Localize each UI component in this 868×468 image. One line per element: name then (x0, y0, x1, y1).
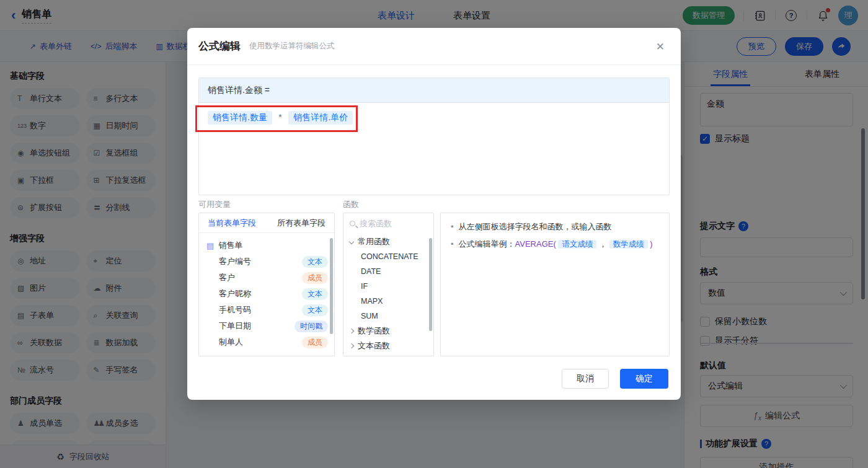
example-function-name: AVERAGE( (515, 239, 556, 249)
variables-scrollbar[interactable] (330, 238, 333, 334)
example-field-chip: 语文成绩 (558, 240, 596, 249)
field-type-badge: 成员 (302, 337, 328, 348)
variable-field-nickname[interactable]: 客户昵称文本 (206, 286, 328, 302)
variable-field-customer[interactable]: 客户成员 (206, 270, 328, 286)
functions-panel: 常用函数 CONCATENATE DATE IF MAPX SUM 数学函数 文… (343, 213, 434, 356)
field-type-badge: 文本 (302, 256, 328, 268)
variable-field-creator[interactable]: 制单人成员 (206, 334, 328, 350)
form-doc-icon: ▤ (206, 241, 214, 250)
variable-tree-root[interactable]: ▤销售单 (206, 237, 328, 254)
confirm-button[interactable]: 确定 (620, 369, 668, 389)
chevron-right-icon (349, 329, 354, 333)
function-concatenate[interactable]: CONCATENATE (350, 249, 427, 264)
variables-label: 可用变量 (198, 199, 231, 210)
function-date[interactable]: DATE (350, 264, 427, 279)
chevron-right-icon (349, 343, 354, 348)
example-field-chip: 数学成绩 (609, 240, 648, 249)
formula-editor-box: 销售详情.金额 = 销售详情.数量 * 销售详情.单价 (198, 77, 670, 195)
tab-all-form-fields[interactable]: 所有表单字段 (277, 218, 326, 229)
formula-chip-quantity[interactable]: 销售详情.数量 (208, 111, 272, 125)
formula-expression-area[interactable]: 销售详情.数量 * 销售详情.单价 (199, 103, 669, 133)
help-tip: 从左侧面板选择字段名和函数，或输入函数 (451, 221, 659, 233)
example-close-paren: ) (650, 239, 652, 249)
field-type-badge: 文本 (302, 304, 328, 316)
function-sum[interactable]: SUM (350, 309, 427, 324)
formula-chip-unit-price[interactable]: 销售详情.单价 (288, 111, 353, 125)
functions-scrollbar[interactable] (429, 238, 432, 331)
formula-target: 销售详情.金额 = (199, 78, 669, 103)
variable-field-customer-no[interactable]: 客户编号文本 (206, 254, 328, 270)
cancel-button[interactable]: 取消 (562, 369, 609, 389)
field-type-badge: 时间戳 (294, 320, 328, 332)
function-group-math[interactable]: 数学函数 (350, 324, 427, 338)
field-type-badge: 文本 (302, 288, 328, 300)
multiply-operator: * (278, 112, 281, 122)
close-icon[interactable]: ✕ (656, 40, 665, 53)
variable-field-order-date[interactable]: 下单日期时间戳 (206, 318, 328, 334)
function-mapx[interactable]: MAPX (350, 294, 427, 309)
formula-editor-dialog: 公式编辑 使用数学运算符编辑公式 ✕ 销售详情.金额 = 销售详情.数量 * 销… (187, 28, 681, 400)
tab-current-form-fields[interactable]: 当前表单字段 (208, 218, 256, 229)
app-window: ‹ 销售单 表单设计 表单设置 数据管理 理 ↗表单外链 </>后端脚 (0, 0, 868, 468)
search-icon (350, 221, 355, 226)
function-search-input[interactable] (360, 219, 422, 228)
function-if[interactable]: IF (350, 279, 427, 294)
formula-help-panel: 从左侧面板选择字段名和函数，或输入函数 公式编辑举例：AVERAGE( 语文成绩… (440, 213, 670, 356)
variable-field-phone[interactable]: 手机号码文本 (206, 302, 328, 318)
help-example: 公式编辑举例：AVERAGE( 语文成绩 ， 数学成绩 ) (451, 238, 659, 250)
function-group-common[interactable]: 常用函数 (350, 234, 427, 249)
dialog-subtitle: 使用数学运算符编辑公式 (249, 41, 335, 51)
variables-panel: 当前表单字段 所有表单字段 ▤销售单 客户编号文本 客户成员 客户昵称文本 手机… (198, 213, 335, 356)
field-type-badge: 成员 (302, 272, 328, 284)
chevron-down-icon (349, 239, 354, 244)
functions-label: 函数 (343, 199, 359, 210)
dialog-title: 公式编辑 (198, 39, 241, 53)
function-group-text[interactable]: 文本函数 (350, 338, 427, 353)
